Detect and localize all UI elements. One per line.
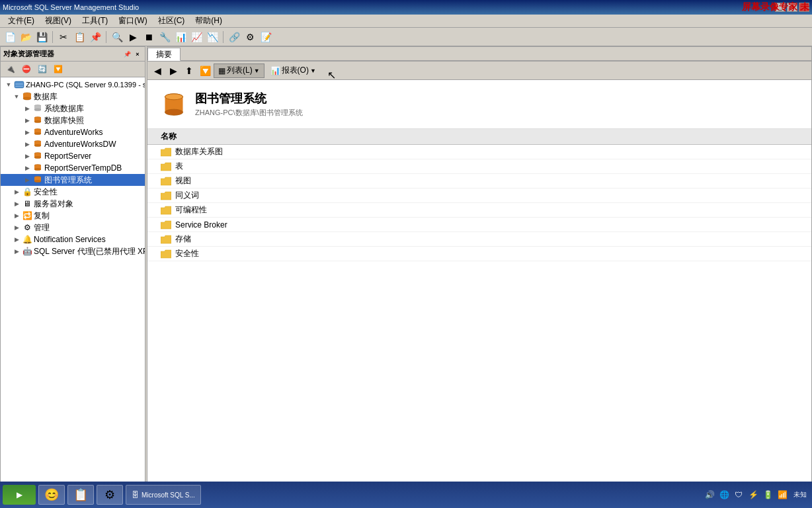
toolbar-btn8[interactable]: 📈 <box>189 30 204 44</box>
tree-management-node[interactable]: ▶ ⚙ 管理 <box>1 222 145 233</box>
explorer-filter-btn[interactable]: 🔽 <box>51 62 65 77</box>
ct-back-btn[interactable]: ◀ <box>150 64 165 78</box>
system-db-expand: ▶ <box>22 103 32 114</box>
toolbar-btn9[interactable]: 📉 <box>205 30 220 44</box>
explorer-connect-btn[interactable]: 🔌 <box>3 62 18 77</box>
taskbar-item-3[interactable]: ⚙ <box>97 485 123 505</box>
tree-databases-node[interactable]: ▼ 数据库 <box>1 91 145 103</box>
server-obj-icon: 🖥 <box>22 198 32 209</box>
ct-filter-toggle-btn[interactable]: 🔽 <box>198 64 212 78</box>
list-header-name: 名称 <box>161 131 177 142</box>
toolbar-btn12[interactable]: 📝 <box>259 30 273 44</box>
list-item-table[interactable]: 表 <box>147 159 811 174</box>
database-cylinder-icon <box>162 93 186 116</box>
list-item-label-table: 表 <box>175 161 183 172</box>
tree-aw-node[interactable]: ▶ AdventureWorks <box>1 126 145 138</box>
toolbar-btn7[interactable]: 📊 <box>173 30 188 44</box>
toolbar-btn3[interactable]: 🔍 <box>110 30 124 44</box>
folder-icon-db-diagram <box>161 148 171 157</box>
system-db-label: 系统数据库 <box>44 103 84 114</box>
list-item-db-diagram[interactable]: 数据库关系图 <box>147 145 811 159</box>
left-panel: 对象资源管理器 📌 × 🔌 ⛔ 🔄 🔽 ▼ <box>0 46 145 488</box>
explorer-refresh-btn[interactable]: 🔄 <box>35 62 50 77</box>
server-label: ZHANG-PC (SQL Server 9.0.1399 - sa) <box>26 81 145 89</box>
tree-system-db-node[interactable]: ▶ 系统数据库 <box>1 103 145 114</box>
explorer-disconnect-btn[interactable]: ⛔ <box>19 62 34 77</box>
toolbar-btn11[interactable]: ⚙ <box>243 30 257 44</box>
taskbar-app-ssms[interactable]: 🗄 Microsoft SQL S... <box>126 485 201 505</box>
menu-community[interactable]: 社区(C) <box>153 14 190 28</box>
tree-rstmp-node[interactable]: ▶ ReportServerTempDB <box>1 162 145 174</box>
tree-agent-node[interactable]: ▶ 🤖 SQL Server 代理(已禁用代理 XP) <box>1 245 145 257</box>
taskbar-item-2[interactable]: 📋 <box>67 485 94 505</box>
snapshot-label: 数据库快照 <box>44 115 84 126</box>
ct-up-btn[interactable]: ⬆ <box>182 64 196 78</box>
cursor-area: ↖ <box>322 64 342 78</box>
menu-file[interactable]: 文件(E) <box>3 14 40 28</box>
toolbar-save[interactable]: 💾 <box>34 30 49 44</box>
toolbar-btn4[interactable]: ▶ <box>126 30 140 44</box>
list-item-programmability[interactable]: 可编程性 <box>147 203 811 218</box>
menu-tools[interactable]: 工具(T) <box>77 14 113 28</box>
report-label: 报表(O) <box>282 65 309 76</box>
taskbar-item-1[interactable]: 😊 <box>38 485 65 505</box>
toolbar-open[interactable]: 📂 <box>19 30 33 44</box>
list-item-storage[interactable]: 存储 <box>147 232 811 247</box>
tree-security-node[interactable]: ▶ 🔒 安全性 <box>1 186 145 198</box>
tray-icon-1[interactable]: 🔊 <box>704 489 715 501</box>
panel-controls[interactable]: 📌 × <box>122 50 142 59</box>
list-view-dropdown-icon: ▼ <box>254 67 260 74</box>
tree-lib-node[interactable]: ▶ 图书管理系统 <box>1 174 145 186</box>
list-item-label-db-diagram: 数据库关系图 <box>175 146 223 157</box>
ct-forward-btn[interactable]: ▶ <box>166 64 181 78</box>
lib-label: 图书管理系统 <box>44 175 92 186</box>
panel-close-button[interactable]: × <box>133 50 142 59</box>
tree-awdw-node[interactable]: ▶ AdventureWorksDW <box>1 138 145 150</box>
tray-icon-2[interactable]: 🌐 <box>718 489 730 501</box>
toolbar-btn10[interactable]: 🔗 <box>227 30 241 44</box>
list-item-view[interactable]: 视图 <box>147 174 811 189</box>
toolbar-copy[interactable]: 📋 <box>72 30 87 44</box>
tray-icon-3[interactable]: 🛡 <box>733 489 745 501</box>
tree-server-node[interactable]: ▼ ZHANG-PC (SQL Server 9.0.1399 - sa) <box>1 79 145 91</box>
tray-icon-4[interactable]: ⚡ <box>747 489 759 501</box>
databases-icon <box>22 91 32 102</box>
tab-summary[interactable]: 摘要 <box>147 48 181 61</box>
toolbar-new[interactable]: 📄 <box>3 30 17 44</box>
tree-notification-node[interactable]: ▶ 🔔 Notification Services <box>1 233 145 245</box>
panel-pin-button[interactable]: 📌 <box>122 50 132 59</box>
tree-snapshot-node[interactable]: ▶ 数据库快照 <box>1 114 145 126</box>
toolbar-btn6[interactable]: 🔧 <box>157 30 172 44</box>
tray-icon-6[interactable]: 📶 <box>776 489 788 501</box>
toolbar-paste[interactable]: 📌 <box>88 30 102 44</box>
folder-icon-programmability <box>161 206 171 215</box>
ct-report-btn[interactable]: 📊 报表(O) ▼ <box>266 64 321 78</box>
panel-title: 对象资源管理器 <box>3 49 122 59</box>
folder-icon-service-broker <box>161 220 171 230</box>
menu-window[interactable]: 窗口(W) <box>113 14 152 28</box>
ct-list-view-btn[interactable]: ▦ 列表(L) ▼ <box>214 64 264 78</box>
rstmp-icon <box>32 163 43 173</box>
menu-view[interactable]: 视图(V) <box>40 14 77 28</box>
security-label: 安全性 <box>34 187 58 198</box>
tray-icon-5[interactable]: 🔋 <box>762 489 774 501</box>
db-path: ZHANG-PC\数据库\图书管理系统 <box>195 108 303 118</box>
folder-icon-view <box>161 177 171 186</box>
main-layout: 对象资源管理器 📌 × 🔌 ⛔ 🔄 🔽 ▼ <box>0 46 812 488</box>
toolbar-cut[interactable]: ✂ <box>56 30 71 44</box>
tree-replication-node[interactable]: ▶ 🔁 复制 <box>1 210 145 222</box>
awdw-expand: ▶ <box>22 139 32 149</box>
list-item-synonym[interactable]: 同义词 <box>147 189 811 203</box>
list-item-security[interactable]: 安全性 <box>147 247 811 261</box>
aw-expand: ▶ <box>22 127 32 138</box>
menu-help[interactable]: 帮助(H) <box>190 14 227 28</box>
taskbar-tray: 🔊 🌐 🛡 ⚡ 🔋 📶 未知 <box>701 489 809 501</box>
list-item-label-storage: 存储 <box>175 233 191 245</box>
notification-expand: ▶ <box>11 234 22 245</box>
toolbar-btn5[interactable]: ⏹ <box>142 30 156 44</box>
list-item-service-broker[interactable]: Service Broker <box>147 218 811 232</box>
tree-rs-node[interactable]: ▶ ReportServer <box>1 150 145 162</box>
start-button[interactable]: ▶ <box>3 485 36 505</box>
tree-server-obj-node[interactable]: ▶ 🖥 服务器对象 <box>1 198 145 210</box>
taskbar: ▶ 😊 📋 ⚙ 🗄 Microsoft SQL S... 🔊 🌐 🛡 ⚡ 🔋 📶… <box>0 482 812 508</box>
